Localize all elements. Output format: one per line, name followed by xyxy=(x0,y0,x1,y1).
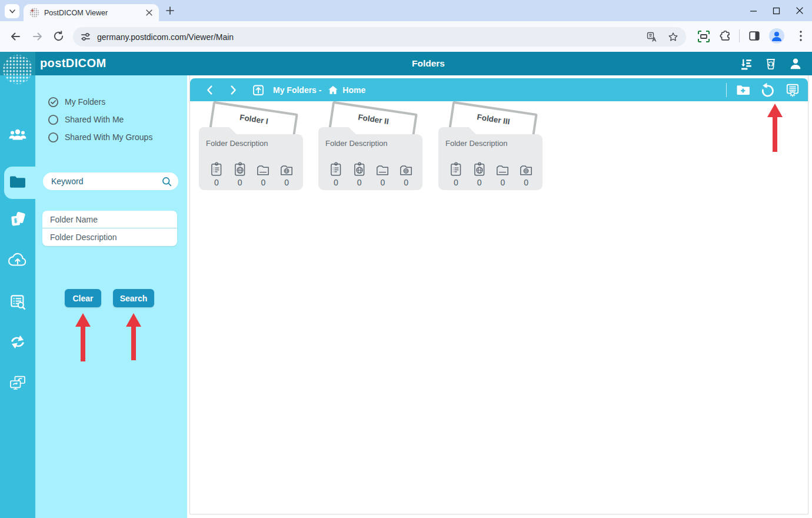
folder-dicom-icon xyxy=(279,161,294,177)
subfolder-icon xyxy=(495,161,510,177)
breadcrumb-path[interactable]: My Folders - xyxy=(273,85,324,95)
radio-unselected-icon xyxy=(48,132,59,143)
screenshot-icon[interactable] xyxy=(697,29,711,44)
stat-count: 0 xyxy=(524,178,528,187)
sidebar-item-share-screens[interactable] xyxy=(0,374,35,392)
stat-subfolders: 0 xyxy=(252,161,275,187)
app-sidebar xyxy=(0,75,35,518)
home-icon[interactable] xyxy=(327,84,339,96)
bookmark-star-icon[interactable] xyxy=(667,31,679,43)
stat-dicom-orders: 0 xyxy=(348,161,371,187)
keyword-search-box xyxy=(43,172,178,190)
reload-icon[interactable] xyxy=(52,29,65,43)
back-icon[interactable] xyxy=(8,29,22,44)
stat-subfolders: 0 xyxy=(491,161,515,187)
app-top-bar: postDICOM Folders xyxy=(0,52,812,75)
stat-dicom-orders: 0 xyxy=(468,161,491,187)
stat-count: 0 xyxy=(261,178,265,187)
site-info-icon[interactable] xyxy=(80,31,91,42)
clipboard-list-icon xyxy=(209,161,224,177)
filter-panel: My Folders Shared With Me Shared With My… xyxy=(35,75,187,518)
minimize-button[interactable] xyxy=(750,7,757,15)
keyword-input[interactable] xyxy=(51,177,161,186)
annotation-arrow-search xyxy=(126,313,141,360)
stat-count: 0 xyxy=(334,178,338,187)
recycle-bin-icon[interactable] xyxy=(764,57,778,71)
clipboard-dicom-icon xyxy=(352,161,367,177)
folder-description-row[interactable] xyxy=(42,228,177,246)
radio-shared-with-me[interactable]: Shared With Me xyxy=(48,112,124,127)
sidebar-item-patients[interactable] xyxy=(0,127,35,144)
radio-my-folders[interactable]: My Folders xyxy=(48,95,105,109)
postdicom-logo-icon xyxy=(2,53,33,87)
new-tab-button[interactable] xyxy=(165,6,175,18)
folder-card[interactable]: Folder I Folder Description 0 0 xyxy=(199,106,303,192)
radio-shared-with-my-groups[interactable]: Shared With My Groups xyxy=(48,130,152,144)
url-bar[interactable]: germany.postdicom.com/Viewer/Main xyxy=(73,27,686,47)
folder-dicom-icon xyxy=(518,161,534,177)
close-button[interactable] xyxy=(796,6,804,15)
tab-title: PostDICOM Viewer xyxy=(44,9,145,17)
extensions-icon[interactable] xyxy=(719,29,732,42)
patients-icon xyxy=(8,127,27,144)
subfolder-icon xyxy=(255,161,271,177)
sidebar-item-folders[interactable] xyxy=(0,174,35,190)
nav-forward-icon[interactable] xyxy=(227,84,239,97)
go-up-folder-icon[interactable] xyxy=(251,83,265,97)
toolbar-divider xyxy=(739,29,740,42)
stat-orders: 0 xyxy=(324,161,348,187)
browser-menu-icon[interactable] xyxy=(795,29,807,42)
new-folder-icon[interactable] xyxy=(736,83,751,97)
folder-card-body: Folder Description 0 0 0 xyxy=(318,134,422,190)
stat-orders: 0 xyxy=(444,161,468,187)
stat-orders: 0 xyxy=(205,161,228,187)
stat-dicom-orders: 0 xyxy=(228,161,252,187)
user-icon[interactable] xyxy=(788,56,803,71)
translate-icon[interactable] xyxy=(646,31,658,43)
url-text: germany.postdicom.com/Viewer/Main xyxy=(97,32,646,42)
sidebar-item-transfer[interactable] xyxy=(0,333,35,351)
clear-button[interactable]: Clear xyxy=(65,289,101,307)
sort-queue-icon[interactable] xyxy=(739,57,754,71)
refresh-icon[interactable] xyxy=(760,82,776,98)
folder-description: Folder Description xyxy=(445,139,535,148)
folder-settings-icon[interactable] xyxy=(785,82,800,98)
profile-avatar[interactable] xyxy=(768,28,785,44)
browser-window: PostDICOM Viewer germany.postdicom.com/V… xyxy=(0,0,812,518)
folder-card[interactable]: Folder II Folder Description 0 0 xyxy=(318,106,422,192)
stat-count: 0 xyxy=(284,178,289,187)
forward-icon[interactable] xyxy=(31,29,45,44)
breadcrumb-home[interactable]: Home xyxy=(342,85,365,95)
sidebar-item-upload[interactable] xyxy=(0,251,35,268)
main-area: My Folders - Home Folder I Folder Descri… xyxy=(187,75,812,518)
stat-dicom-folders: 0 xyxy=(275,161,298,187)
plus-icon xyxy=(165,6,175,15)
sidebar-item-worklist[interactable] xyxy=(0,293,35,311)
browser-tab[interactable]: PostDICOM Viewer xyxy=(24,4,159,21)
maximize-button[interactable] xyxy=(773,7,780,15)
folder-description: Folder Description xyxy=(206,139,296,148)
sidebar-item-studies[interactable] xyxy=(0,211,35,228)
tab-close-icon[interactable] xyxy=(145,9,153,16)
studies-icon xyxy=(9,211,26,228)
side-panel-icon[interactable] xyxy=(748,29,761,42)
nav-back-icon[interactable] xyxy=(204,84,217,97)
search-icon[interactable] xyxy=(161,176,172,187)
clipboard-dicom-icon xyxy=(472,161,487,177)
folder-card[interactable]: Folder III Folder Description 0 0 xyxy=(438,106,543,192)
stat-dicom-folders: 0 xyxy=(514,161,538,187)
stat-count: 0 xyxy=(477,178,482,187)
clipboard-dicom-icon xyxy=(232,161,248,177)
transfer-icon xyxy=(9,333,26,351)
clipboard-list-icon xyxy=(328,161,344,177)
page-title: Folders xyxy=(0,58,812,69)
tab-search-button[interactable] xyxy=(5,4,19,18)
chevron-down-icon xyxy=(9,8,16,15)
folder-name-input[interactable] xyxy=(50,215,169,224)
folder-description-input[interactable] xyxy=(50,233,169,242)
search-button[interactable]: Search xyxy=(113,289,154,307)
folder-name-row[interactable] xyxy=(42,211,177,228)
browser-tab-strip: PostDICOM Viewer xyxy=(0,0,812,21)
radio-selected-icon xyxy=(48,97,59,108)
folder-card-body: Folder Description 0 0 0 xyxy=(199,134,303,190)
